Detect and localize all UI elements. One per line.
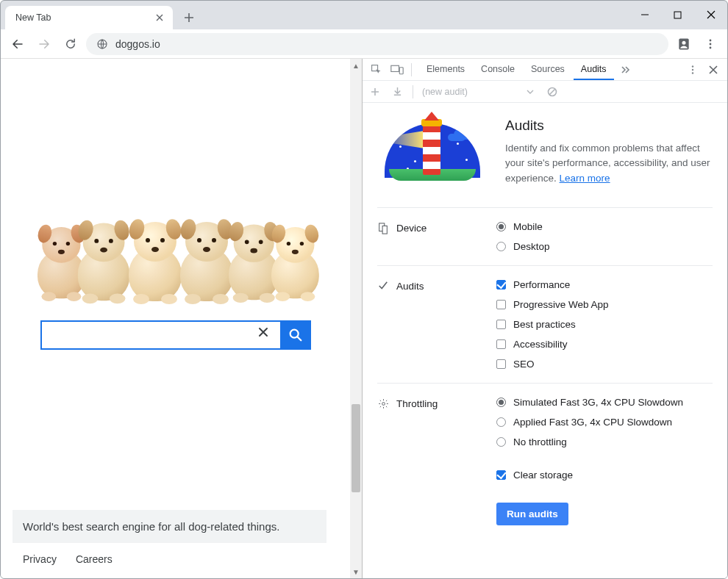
audit-option-pwa[interactable]: Progressive Web App (496, 299, 713, 310)
checkbox-icon (496, 470, 506, 480)
audit-selector[interactable]: (new audit) (422, 87, 534, 97)
search-clear-button[interactable] (258, 327, 268, 337)
device-icon (377, 223, 389, 234)
chevron-down-icon (527, 88, 534, 96)
globe-icon (96, 38, 108, 50)
forward-button[interactable] (33, 33, 55, 55)
scroll-down-icon[interactable]: ▼ (350, 565, 362, 578)
divider (411, 63, 412, 76)
tab-sources[interactable]: Sources (524, 59, 572, 80)
account-icon (677, 37, 691, 51)
tab-audits[interactable]: Audits (574, 59, 614, 80)
reload-button[interactable] (60, 33, 82, 55)
section-audits: Audits Performance Progressive Web App (377, 265, 713, 383)
audits-header: Audits Identify and fix common problems … (377, 118, 713, 207)
checkbox-icon (496, 339, 506, 349)
svg-point-6 (710, 46, 712, 48)
audit-selector-label: (new audit) (422, 87, 468, 97)
checkbox-icon (496, 359, 506, 369)
titlebar: New Tab (1, 1, 727, 29)
search-submit-button[interactable] (280, 320, 311, 350)
clear-storage-option[interactable]: Clear storage (496, 470, 713, 481)
scroll-thumb[interactable] (351, 404, 360, 492)
devtools-close-button[interactable] (704, 60, 723, 79)
page-footer: World's best search engine for all dog-r… (13, 510, 326, 578)
audit-option-seo[interactable]: SEO (496, 359, 713, 370)
audits-title: Audits (505, 118, 713, 134)
section-throttling-label: Throttling (396, 398, 438, 409)
search-icon (288, 327, 304, 343)
footer-link-privacy[interactable]: Privacy (23, 553, 57, 565)
window-close-button[interactable] (694, 1, 727, 29)
checkbox-icon (496, 280, 506, 290)
page-content: World's best search engine for all dog-r… (1, 59, 350, 578)
window-maximize-button[interactable] (661, 1, 694, 29)
scroll-up-icon[interactable]: ▲ (350, 59, 362, 72)
devtools-top-bar: Elements Console Sources Audits (363, 59, 727, 81)
page-scrollbar[interactable]: ▲ ▼ (350, 59, 362, 578)
radio-icon (496, 417, 506, 427)
radio-icon (496, 222, 506, 231)
audits-body: Audits Identify and fix common problems … (363, 103, 727, 578)
run-audits-button[interactable]: Run audits (496, 503, 568, 525)
audit-option-accessibility[interactable]: Accessibility (496, 339, 713, 350)
close-icon (707, 10, 715, 19)
device-option-desktop[interactable]: Desktop (496, 241, 713, 252)
tab-title: New Tab (15, 12, 51, 23)
devtools-tabs: Elements Console Sources Audits (419, 59, 614, 80)
minimize-icon (640, 10, 649, 19)
device-option-mobile[interactable]: Mobile (496, 221, 713, 232)
svg-rect-16 (382, 226, 387, 234)
lighthouse-illustration (377, 118, 488, 191)
svg-point-11 (692, 65, 693, 67)
check-icon (377, 281, 389, 291)
svg-rect-10 (399, 67, 403, 73)
tab-close-button[interactable] (154, 12, 165, 24)
inspect-icon (371, 64, 382, 76)
new-audit-button[interactable] (368, 82, 382, 101)
browser-menu-button[interactable] (699, 33, 721, 55)
address-bar[interactable]: doggos.io (86, 33, 668, 55)
more-tabs-button[interactable] (615, 60, 635, 79)
account-button[interactable] (673, 33, 695, 55)
reload-icon (64, 37, 77, 51)
svg-point-3 (682, 40, 686, 44)
audits-description: Identify and fix common problems that af… (505, 141, 713, 186)
throttling-option-simulated[interactable]: Simulated Fast 3G, 4x CPU Slowdown (496, 397, 713, 408)
download-report-button[interactable] (390, 82, 404, 101)
tab-elements[interactable]: Elements (419, 59, 472, 80)
checkbox-icon (496, 300, 506, 309)
download-icon (393, 87, 402, 96)
device-toolbar-button[interactable] (388, 60, 407, 79)
devtools-menu-button[interactable] (683, 60, 702, 79)
plus-icon (184, 12, 194, 23)
tab-console[interactable]: Console (474, 59, 522, 80)
radio-icon (496, 242, 506, 251)
footer-links: Privacy Careers (13, 543, 326, 578)
rendered-page: World's best search engine for all dog-r… (1, 59, 363, 578)
footer-link-careers[interactable]: Careers (76, 553, 113, 565)
new-tab-button[interactable] (179, 7, 199, 28)
address-bar-url: doggos.io (115, 38, 160, 50)
inspect-element-button[interactable] (367, 60, 386, 79)
learn-more-link[interactable]: Learn more (560, 173, 610, 184)
kebab-icon (704, 38, 716, 50)
divider (413, 85, 413, 98)
back-button[interactable] (7, 33, 29, 55)
svg-point-13 (692, 72, 693, 73)
svg-rect-9 (391, 65, 399, 71)
audits-intro: Audits Identify and fix common problems … (505, 118, 713, 191)
browser-tab[interactable]: New Tab (5, 6, 173, 29)
content-area: World's best search engine for all dog-r… (1, 59, 727, 578)
svg-point-5 (710, 43, 712, 45)
window-minimize-button[interactable] (628, 1, 661, 29)
audit-option-performance[interactable]: Performance (496, 279, 713, 290)
svg-point-17 (382, 403, 385, 406)
audit-option-best-practices[interactable]: Best practices (496, 319, 713, 330)
throttling-option-applied[interactable]: Applied Fast 3G, 4x CPU Slowdown (496, 417, 713, 428)
kebab-icon (688, 65, 698, 75)
section-throttling: Throttling Simulated Fast 3G, 4x CPU Slo… (377, 383, 713, 539)
throttling-option-none[interactable]: No throttling (496, 436, 713, 447)
search-input[interactable] (40, 320, 280, 350)
clear-button[interactable] (546, 82, 559, 101)
